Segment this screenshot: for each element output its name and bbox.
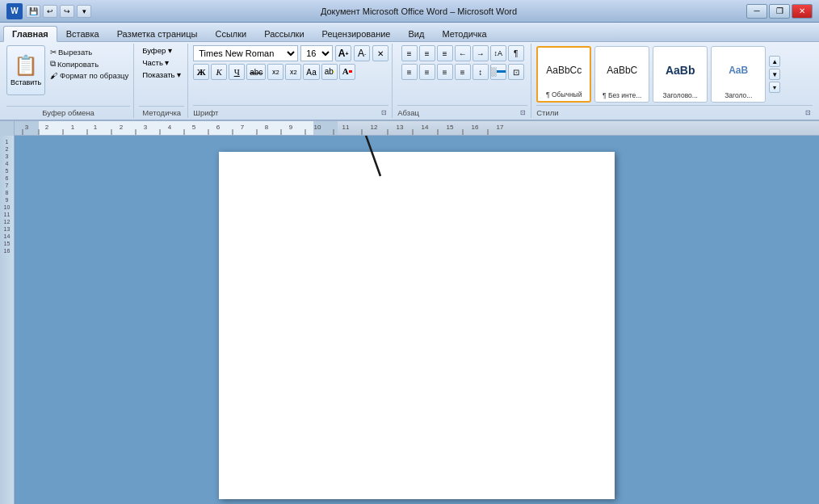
buf-button[interactable]: Буфер ▾	[139, 45, 175, 56]
strikethrough-button[interactable]: abc	[246, 64, 266, 80]
font-group: Times New Roman 16 A+ A- ✕ Ж К Ч abc x2	[190, 44, 393, 118]
justify-button[interactable]: ≡	[455, 64, 471, 80]
save-button[interactable]: 💾	[26, 5, 40, 18]
part-button[interactable]: Часть ▾	[139, 57, 172, 68]
svg-text:13: 13	[397, 124, 404, 131]
shrink-font-button[interactable]: A-	[354, 45, 370, 61]
show-button[interactable]: Показать ▾	[139, 69, 184, 80]
style-heading2-label: Заголо...	[724, 91, 752, 99]
tab-insert[interactable]: Вставка	[57, 25, 108, 41]
format-painter-button[interactable]: 🖌 Формат по образцу	[48, 70, 130, 81]
cut-label: Вырезать	[58, 48, 92, 57]
change-case-button[interactable]: Аа	[303, 64, 319, 80]
font-group-label: Шрифт ⊡	[193, 105, 388, 118]
style-normal-label: ¶ Обычный	[546, 90, 582, 99]
paragraph-group: ≡ ≡ ≡ ← → ↕A ¶ ≡ ≡ ≡ ≡ ↕ ░	[394, 44, 531, 118]
svg-text:12: 12	[371, 124, 378, 131]
style-normal[interactable]: AaBbCc ¶ Обычный	[536, 46, 591, 103]
svg-text:15: 15	[447, 124, 454, 131]
format-painter-icon: 🖌	[50, 71, 58, 80]
restore-button[interactable]: ❐	[769, 4, 790, 19]
align-right-button[interactable]: ≡	[437, 64, 453, 80]
font-format-row: Ж К Ч abc x2 x2 Аа ab A	[193, 64, 388, 80]
tab-mailings[interactable]: Рассылки	[255, 25, 313, 41]
clear-format-button[interactable]: ✕	[372, 45, 388, 61]
tab-home[interactable]: Главная	[3, 26, 57, 42]
style-heading1[interactable]: AaBb Заголово...	[653, 46, 708, 103]
horizontal-ruler: 3 2 1 1 2 3 4 5 6 7 8	[15, 121, 819, 135]
ribbon: 📋 Вставить ✂ Вырезать ⧉ Копировать 🖌 Фор…	[0, 42, 819, 121]
bullets-button[interactable]: ≡	[401, 45, 418, 61]
paragraph-expand-button[interactable]: ⊡	[518, 107, 527, 117]
quick-access-more[interactable]: ▾	[77, 5, 91, 18]
styles-more[interactable]: ▾	[769, 82, 780, 93]
tab-view[interactable]: Вид	[400, 25, 434, 41]
paragraph-row-1: ≡ ≡ ≡ ← → ↕A ¶	[401, 45, 524, 61]
style-heading2[interactable]: AaB Заголо...	[711, 46, 766, 103]
styles-expand-button[interactable]: ⊡	[803, 107, 813, 117]
underline-button[interactable]: Ч	[229, 64, 245, 80]
font-name-select[interactable]: Times New Roman	[193, 45, 298, 61]
multilevel-list-button[interactable]: ≡	[437, 45, 453, 61]
copy-button[interactable]: ⧉ Копировать	[48, 58, 130, 69]
tab-references[interactable]: Ссылки	[206, 25, 255, 41]
svg-text:1: 1	[71, 124, 75, 131]
tab-metodichka[interactable]: Методичка	[433, 25, 495, 41]
svg-rect-1	[39, 121, 313, 135]
title-bar: W 💾 ↩ ↪ ▾ Документ Microsoft Office Word…	[0, 0, 819, 23]
line-spacing-button[interactable]: ↕	[472, 64, 489, 80]
shading-button[interactable]: ░	[490, 64, 506, 80]
font-size-select[interactable]: 16	[300, 45, 333, 61]
font-color-button[interactable]: A	[339, 64, 355, 80]
ribbon-tabs: Главная Вставка Разметка страницы Ссылки…	[0, 23, 819, 42]
sort-button[interactable]: ↕A	[490, 45, 506, 61]
window-title: Документ Microsoft Office Word – Microso…	[321, 6, 517, 16]
svg-text:3: 3	[25, 124, 29, 131]
minimize-button[interactable]: ─	[746, 4, 767, 19]
scissors-icon: ✂	[50, 48, 57, 57]
borders-button[interactable]: ⊡	[508, 64, 524, 80]
close-button[interactable]: ✕	[792, 4, 813, 19]
bold-button[interactable]: Ж	[193, 64, 209, 80]
undo-button[interactable]: ↩	[43, 5, 57, 18]
copy-icon: ⧉	[50, 59, 56, 69]
title-bar-left: W 💾 ↩ ↪ ▾	[6, 3, 91, 19]
tab-page-layout[interactable]: Разметка страницы	[108, 25, 207, 41]
align-left-button[interactable]: ≡	[401, 64, 418, 80]
highlight-button[interactable]: ab	[321, 64, 338, 80]
highlight-color-bar	[334, 70, 334, 73]
ruler-area: 3 2 1 1 2 3 4 5 6 7 8	[0, 121, 819, 136]
styles-scroll-up[interactable]: ▲	[769, 56, 780, 67]
buffer-content: Буфер ▾ Часть ▾ Показать ▾	[139, 45, 184, 104]
clipboard-group: 📋 Вставить ✂ Вырезать ⧉ Копировать 🖌 Фор…	[3, 44, 134, 118]
font-expand-button[interactable]: ⊡	[379, 107, 388, 117]
redo-button[interactable]: ↪	[60, 5, 74, 18]
document-page[interactable]	[219, 152, 615, 499]
style-heading1-preview: AaBb	[656, 49, 704, 91]
svg-text:4: 4	[168, 124, 172, 131]
subscript-button[interactable]: x2	[267, 64, 284, 80]
italic-button[interactable]: К	[211, 64, 227, 80]
ruler-mark-11: 11	[4, 212, 10, 217]
numbering-button[interactable]: ≡	[419, 45, 435, 61]
superscript-button[interactable]: x2	[285, 64, 301, 80]
svg-text:8: 8	[265, 124, 269, 131]
style-no-spacing[interactable]: AaBbC ¶ Без инте...	[594, 46, 649, 103]
svg-line-44	[340, 136, 380, 176]
increase-indent-button[interactable]: →	[472, 45, 489, 61]
decrease-indent-button[interactable]: ←	[455, 45, 471, 61]
styles-scroll-down[interactable]: ▼	[769, 69, 780, 80]
align-center-button[interactable]: ≡	[419, 64, 435, 80]
svg-text:5: 5	[192, 124, 196, 131]
clipboard-small-buttons: ✂ Вырезать ⧉ Копировать 🖌 Формат по обра…	[48, 45, 130, 81]
grow-font-button[interactable]: A+	[335, 45, 351, 61]
document-area[interactable]	[15, 136, 819, 504]
ruler-mark-15: 15	[4, 241, 10, 246]
show-marks-button[interactable]: ¶	[508, 45, 524, 61]
paste-button[interactable]: 📋 Вставить	[6, 45, 45, 95]
cut-button[interactable]: ✂ Вырезать	[48, 47, 130, 57]
tab-review[interactable]: Рецензирование	[313, 25, 400, 41]
ruler-mark-1: 1	[6, 139, 9, 145]
ruler-mark-12: 12	[4, 219, 10, 225]
ruler-mark-3: 3	[6, 153, 9, 159]
